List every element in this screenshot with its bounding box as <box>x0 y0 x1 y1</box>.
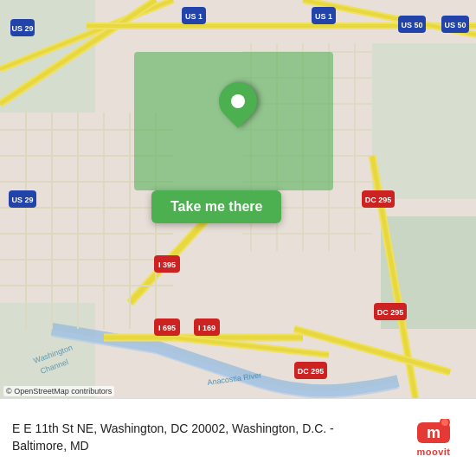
svg-text:DC 295: DC 295 <box>298 367 325 376</box>
moovit-label: moovit <box>416 447 450 457</box>
svg-point-79 <box>441 419 448 426</box>
address-text: E E 11th St NE, Washington, DC 20002, Wa… <box>12 421 384 454</box>
svg-text:US 50: US 50 <box>401 21 422 29</box>
svg-rect-3 <box>372 43 476 199</box>
svg-text:US 29: US 29 <box>11 24 33 33</box>
take-me-there-button[interactable]: Take me there <box>151 190 281 223</box>
svg-text:US 1: US 1 <box>315 12 332 21</box>
location-pin <box>219 82 257 120</box>
pin-center <box>231 94 245 108</box>
svg-text:m: m <box>427 424 441 441</box>
moovit-logo: m moovit <box>403 419 464 457</box>
svg-text:US 50: US 50 <box>444 21 466 29</box>
svg-text:DC 295: DC 295 <box>365 196 392 204</box>
moovit-icon: m <box>417 419 450 447</box>
svg-text:I 695: I 695 <box>158 324 176 332</box>
osm-attribution: © OpenStreetMap contributors <box>3 386 114 396</box>
pin-body <box>211 74 265 128</box>
map-container: US 29 US 1 US 1 US 50 US 50 US 29 I 395 … <box>0 0 476 398</box>
info-bar: E E 11th St NE, Washington, DC 20002, Wa… <box>0 398 476 476</box>
svg-text:DC 295: DC 295 <box>377 308 404 317</box>
svg-text:US 29: US 29 <box>11 196 33 204</box>
svg-text:I 169: I 169 <box>198 324 215 332</box>
svg-text:US 1: US 1 <box>185 12 203 21</box>
app-container: US 29 US 1 US 1 US 50 US 50 US 29 I 395 … <box>0 0 476 476</box>
svg-text:I 395: I 395 <box>158 261 176 269</box>
